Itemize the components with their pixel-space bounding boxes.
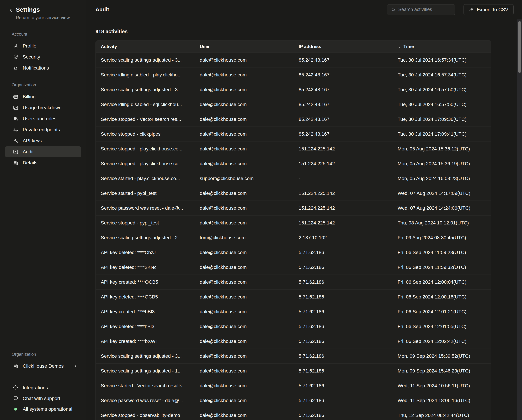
activity-cell: Service scaling settings adjusted - 3... (96, 57, 195, 63)
table-row: Service stopped - play.clickhouse.co...d… (96, 156, 491, 171)
ip-cell: - (293, 176, 392, 181)
ip-cell: 5.71.62.186 (293, 398, 392, 403)
ip-cell: 5.71.62.186 (293, 309, 392, 314)
app-window: Settings Return to your service view Acc… (0, 0, 522, 420)
user-cell: dale@clickhouse.com (195, 57, 293, 63)
table-row: Service password was reset - dale@...dal… (96, 393, 491, 408)
activity-cell: API key deleted: ****OCB5 (96, 294, 195, 300)
ip-cell: 2.137.10.102 (293, 235, 392, 241)
ip-cell: 5.71.62.186 (293, 264, 392, 270)
sidebar-item-audit[interactable]: Audit (5, 146, 81, 157)
back-button[interactable] (8, 8, 14, 13)
key-icon (13, 138, 19, 144)
footer-item-integrations[interactable]: Integrations (5, 382, 81, 393)
table-row: API key deleted: ****OCB5dale@clickhouse… (96, 289, 491, 304)
time-cell: Mon, 05 Aug 2024 15:36:12(UTC) (392, 146, 491, 152)
column-header-user: User (195, 44, 293, 49)
user-cell: dale@clickhouse.com (195, 87, 293, 93)
table-header-row: Activity User IP address Time (96, 40, 491, 53)
user-cell: dale@clickhouse.com (195, 383, 293, 389)
shield-icon (13, 54, 19, 60)
settings-sidebar: Settings Return to your service view Acc… (0, 0, 86, 420)
activity-cell: Service idling disabled - sql.clickhou..… (96, 102, 195, 107)
page-title: Audit (95, 7, 109, 13)
user-cell: dale@clickhouse.com (195, 102, 293, 107)
table-row: Service stopped - Vector search res...da… (96, 112, 491, 126)
column-header-ip: IP address (293, 44, 392, 49)
sidebar-item-api-keys[interactable]: API keys (5, 135, 81, 146)
sidebar-item-usage-breakdown[interactable]: Usage breakdown (5, 102, 81, 113)
wallet-icon (13, 94, 19, 100)
sidebar-item-private-endpoints[interactable]: Private endpoints (5, 124, 81, 135)
ip-cell: 5.71.62.186 (293, 339, 392, 344)
sidebar-item-users-and-roles[interactable]: Users and roles (5, 113, 81, 124)
table-row: API key deleted: ****CbzJdale@clickhouse… (96, 245, 491, 260)
sidebar-item-security[interactable]: Security (5, 51, 81, 62)
activity-cell: API key deleted: ****2KNc (96, 264, 195, 270)
ip-cell: 85.242.48.167 (293, 102, 392, 107)
activity-cell: API key created: ****bXWT (96, 339, 195, 344)
status-dot-icon (13, 406, 19, 412)
activity-cell: Service scaling settings adjusted - 1... (96, 368, 195, 374)
sidebar-item-notifications[interactable]: Notifications (5, 62, 81, 73)
table-row: Service scaling settings adjusted - 1...… (96, 363, 491, 378)
time-cell: Mon, 05 Aug 2024 15:36:19(UTC) (392, 161, 491, 166)
activity-cell: API key deleted: ****hBl3 (96, 324, 195, 329)
user-cell: dale@clickhouse.com (195, 294, 293, 300)
ip-cell: 85.242.48.167 (293, 117, 392, 122)
sidebar-item-label: Usage breakdown (23, 105, 61, 110)
table-row: Service scaling settings adjusted - 3...… (96, 349, 491, 363)
time-cell: Wed, 11 Sep 2024 10:56:11(UTC) (392, 383, 491, 389)
activity-cell: Service started - play.clickhouse.co... (96, 176, 195, 181)
user-cell: dale@clickhouse.com (195, 309, 293, 314)
footer-item-chat-with-support[interactable]: Chat with support (5, 393, 81, 404)
search-box[interactable] (387, 4, 455, 15)
footer-item-all-systems-operational[interactable]: All systems operational (5, 404, 81, 414)
chat-icon (13, 396, 19, 401)
section-label: Organization (0, 352, 86, 357)
user-cell: dale@clickhouse.com (195, 205, 293, 211)
return-to-service-link[interactable]: Return to your service view (16, 15, 79, 20)
export-csv-button[interactable]: Export To CSV (463, 4, 514, 15)
org-switcher[interactable]: ClickHouse Demos (5, 361, 81, 372)
nav-section-account: AccountProfileSecurityNotifications (0, 32, 86, 73)
table-row: API key deleted: ****2KNcdale@clickhouse… (96, 260, 491, 274)
ip-cell: 85.242.48.167 (293, 87, 392, 93)
activity-cell: Service stopped - play.clickhouse.co... (96, 146, 195, 152)
sidebar-item-label: Billing (23, 94, 36, 100)
time-cell: Fri, 06 Sep 2024 12:00:16(UTC) (392, 294, 491, 300)
table-row: Service idling disabled - play.clickho..… (96, 67, 491, 82)
activity-cell: Service idling disabled - play.clickho..… (96, 72, 195, 78)
column-header-time[interactable]: Time (392, 44, 491, 49)
ip-cell: 151.224.225.142 (293, 146, 392, 152)
sidebar-item-profile[interactable]: Profile (5, 40, 81, 51)
table-row: API key created: ****OCB5dale@clickhouse… (96, 274, 491, 289)
search-input[interactable] (398, 7, 452, 12)
activity-cell: Service started - pypi_test (96, 191, 195, 196)
ip-cell: 85.242.48.167 (293, 131, 392, 137)
time-cell: Mon, 09 Sep 2024 15:46:23(UTC) (392, 368, 491, 374)
activity-cell: Service stopped - observability-demo (96, 412, 195, 418)
time-cell: Thu, 12 Sep 2024 08:42:44(UTC) (392, 412, 491, 418)
sidebar-item-label: API keys (23, 138, 42, 144)
time-cell: Tue, 30 Jul 2024 16:57:50(UTC) (392, 102, 491, 107)
table-row: API key deleted: ****hBl3dale@clickhouse… (96, 319, 491, 334)
sidebar-item-label: Private endpoints (23, 127, 60, 132)
vertical-scrollbar-thumb[interactable] (518, 21, 521, 73)
sidebar-item-billing[interactable]: Billing (5, 91, 81, 102)
vertical-scrollbar-track[interactable] (517, 19, 522, 420)
user-cell: dale@clickhouse.com (195, 191, 293, 196)
activities-count: 918 activities (95, 29, 522, 34)
time-cell: Wed, 11 Sep 2024 18:06:16(UTC) (392, 398, 491, 403)
activity-cell: Service scaling settings adjusted - 3... (96, 353, 195, 359)
sidebar-item-label: Security (23, 54, 40, 60)
sidebar-footer: IntegrationsChat with supportAll systems… (0, 378, 86, 420)
sidebar-item-details[interactable]: Details (5, 157, 81, 168)
user-cell: dale@clickhouse.com (195, 412, 293, 418)
table-body: Service scaling settings adjusted - 3...… (96, 53, 491, 420)
section-label: Organization (0, 82, 86, 87)
user-cell: dale@clickhouse.com (195, 279, 293, 285)
ip-cell: 5.71.62.186 (293, 412, 392, 418)
chart-icon (13, 105, 19, 111)
main-area: Audit Export To CSV 918 activities Activ… (86, 0, 522, 420)
